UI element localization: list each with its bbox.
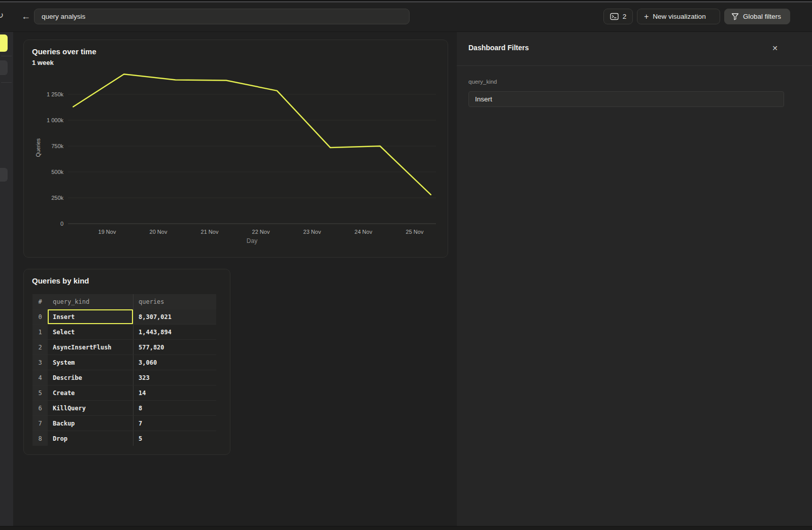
query-kind-cell[interactable]: Drop: [48, 431, 133, 446]
app-window: ↻ ← 2 + New visualization Global filters: [0, 0, 812, 530]
x-tick-label: 20 Nov: [150, 229, 167, 235]
y-tick-label: 1 250k: [47, 91, 64, 97]
table-row[interactable]: 4Describe323: [32, 370, 216, 385]
col-header-query-kind: query_kind: [48, 294, 133, 309]
queries-count-cell: 14: [133, 385, 216, 400]
row-index: 8: [32, 431, 48, 446]
sidebar-item-active[interactable]: [0, 34, 8, 52]
table-row[interactable]: 6KillQuery8: [32, 400, 216, 415]
table-header-row: #query_kindqueries: [32, 294, 216, 309]
query-kind-cell[interactable]: KillQuery: [48, 401, 133, 415]
x-tick-label: 25 Nov: [406, 229, 424, 235]
back-button[interactable]: ←: [19, 9, 32, 24]
console-count: 2: [623, 13, 627, 20]
queries-count-cell: 7: [133, 416, 216, 431]
queries-count-cell: 8: [133, 401, 216, 415]
x-tick-label: 19 Nov: [98, 229, 116, 235]
x-tick-label: 24 Nov: [355, 229, 373, 235]
dashboard-title-input[interactable]: [34, 9, 410, 24]
history-icon[interactable]: ↻: [0, 10, 4, 21]
row-index: 2: [32, 340, 48, 355]
topbar: ↻ ← 2 + New visualization Global filters: [0, 3, 812, 32]
row-index: 5: [32, 385, 48, 400]
x-tick-label: 22 Nov: [252, 229, 270, 235]
dashboard-filters-panel: Dashboard Filters ✕ query_kind: [457, 32, 812, 526]
row-index: 4: [32, 370, 48, 385]
funnel-icon: [731, 13, 739, 20]
y-tick-label: 500k: [51, 169, 63, 175]
query-kind-cell[interactable]: Select: [48, 325, 133, 339]
row-index: 0: [32, 309, 48, 324]
y-tick-label: 1 000k: [47, 117, 64, 123]
new-visualization-button[interactable]: + New visualization: [637, 9, 720, 24]
row-index: 6: [32, 401, 48, 415]
row-index: 7: [32, 416, 48, 431]
plus-icon: +: [644, 13, 649, 21]
sidebar-item-3[interactable]: [0, 168, 8, 182]
global-filters-button[interactable]: Global filters: [724, 9, 790, 24]
queries-by-kind-table: #query_kindqueries0Insert8,307,0211Selec…: [32, 294, 216, 446]
table-title: Queries by kind: [32, 276, 89, 285]
table-row[interactable]: 8Drop5: [32, 431, 216, 446]
query-kind-cell[interactable]: AsyncInsertFlush: [48, 340, 133, 355]
query-kind-cell[interactable]: System: [48, 355, 133, 370]
col-header-queries: queries: [133, 294, 216, 309]
queries-count-cell: 8,307,021: [133, 309, 216, 324]
query-kind-filter-input[interactable]: [468, 91, 784, 107]
table-row[interactable]: 3System3,060: [32, 355, 216, 370]
queries-count-cell: 3,060: [133, 355, 216, 370]
query-kind-cell[interactable]: Create: [48, 385, 133, 400]
queries-count-cell: 5: [133, 431, 216, 446]
window-bottom-edge: [0, 526, 812, 530]
x-tick-label: 21 Nov: [201, 229, 219, 235]
close-icon[interactable]: ✕: [769, 43, 781, 54]
query-kind-cell[interactable]: Describe: [48, 370, 133, 385]
table-row[interactable]: 0Insert8,307,021: [32, 309, 216, 324]
filter-field-label: query_kind: [468, 79, 497, 85]
row-index: 3: [32, 355, 48, 370]
y-axis-title: Queries: [35, 138, 41, 157]
queries-line-chart[interactable]: 0250k500k750k1 000k1 250kQueries19 Nov20…: [24, 40, 449, 258]
filters-panel-title: Dashboard Filters: [468, 44, 529, 52]
new-visualization-label: New visualization: [653, 13, 705, 20]
x-tick-label: 23 Nov: [303, 229, 321, 235]
table-row[interactable]: 7Backup7: [32, 415, 216, 431]
sidebar-item-2[interactable]: [0, 60, 8, 75]
terminal-icon: [610, 13, 619, 20]
queries-over-time-card: Queries over time 1 week 0250k500k750k1 …: [23, 40, 448, 258]
queries-count-cell: 1,443,894: [133, 325, 216, 339]
global-filters-label: Global filters: [743, 13, 781, 20]
table-row[interactable]: 1Select1,443,894: [32, 324, 216, 339]
sidebar-divider: [1, 56, 12, 56]
queries-count-cell: 323: [133, 370, 216, 385]
x-axis-title: Day: [247, 237, 257, 244]
query-kind-cell[interactable]: Backup: [48, 416, 133, 431]
y-tick-label: 750k: [51, 143, 63, 149]
col-header-index: #: [32, 294, 48, 309]
filters-panel-header: Dashboard Filters ✕: [457, 32, 812, 66]
table-row[interactable]: 5Create14: [32, 385, 216, 400]
sidebar: [0, 32, 13, 526]
sidebar-divider: [1, 82, 12, 83]
query-kind-cell[interactable]: Insert: [48, 309, 133, 324]
row-index: 1: [32, 325, 48, 339]
table-row[interactable]: 2AsyncInsertFlush577,820: [32, 339, 216, 355]
console-count-button[interactable]: 2: [603, 9, 633, 24]
queries-series-line: [73, 74, 431, 195]
y-tick-label: 0: [60, 221, 63, 227]
y-tick-label: 250k: [51, 195, 63, 201]
queries-by-kind-card: Queries by kind #query_kindqueries0Inser…: [23, 269, 230, 455]
queries-count-cell: 577,820: [133, 340, 216, 355]
